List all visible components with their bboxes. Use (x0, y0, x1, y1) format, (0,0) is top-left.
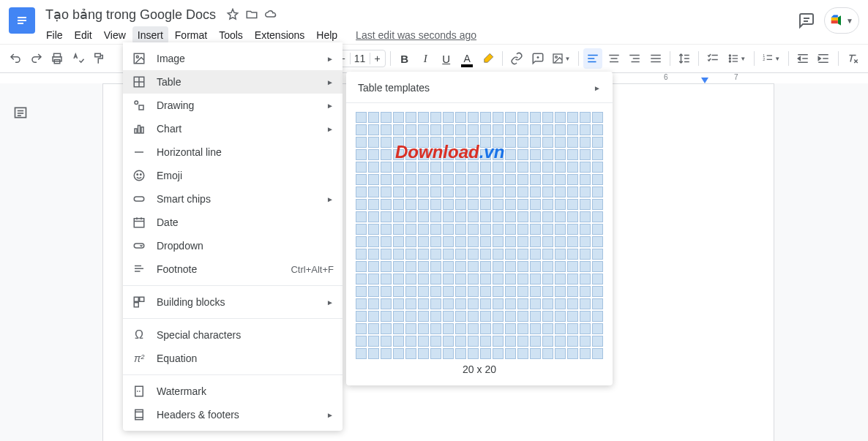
table-grid-cell[interactable] (418, 274, 429, 284)
table-grid-cell[interactable] (480, 236, 491, 247)
table-grid-cell[interactable] (455, 199, 466, 210)
table-grid-cell[interactable] (356, 186, 367, 197)
table-grid-cell[interactable] (592, 211, 603, 222)
table-grid-cell[interactable] (405, 274, 416, 284)
table-grid-cell[interactable] (580, 186, 591, 197)
menu-tools[interactable]: Tools (214, 26, 248, 44)
table-grid-cell[interactable] (443, 274, 454, 284)
table-grid-cell[interactable] (580, 149, 591, 160)
table-grid-cell[interactable] (493, 186, 504, 197)
table-grid-cell[interactable] (393, 311, 404, 322)
table-grid-cell[interactable] (468, 162, 479, 173)
table-grid-cell[interactable] (517, 261, 528, 272)
table-grid-cell[interactable] (455, 149, 466, 160)
table-grid-cell[interactable] (393, 174, 404, 185)
menuitem-special-chars[interactable]: ΩSpecial characters (123, 323, 343, 347)
table-grid-cell[interactable] (418, 211, 429, 222)
table-grid-cell[interactable] (493, 323, 504, 334)
text-color-icon[interactable]: A (457, 48, 476, 69)
table-grid-cell[interactable] (393, 286, 404, 297)
table-grid-cell[interactable] (493, 199, 504, 210)
table-grid-cell[interactable] (542, 348, 553, 359)
table-grid-cell[interactable] (405, 149, 416, 160)
menuitem-emoji[interactable]: Emoji (123, 164, 343, 187)
table-grid-cell[interactable] (567, 174, 578, 185)
table-grid-cell[interactable] (393, 298, 404, 309)
table-grid-cell[interactable] (443, 112, 454, 123)
table-grid-cell[interactable] (530, 323, 541, 334)
table-grid-cell[interactable] (480, 211, 491, 222)
table-grid-cell[interactable] (356, 149, 367, 160)
comment-icon[interactable] (528, 48, 547, 69)
table-grid-cell[interactable] (493, 336, 504, 347)
table-grid-cell[interactable] (468, 236, 479, 247)
table-grid-cell[interactable] (405, 323, 416, 334)
table-grid-cell[interactable] (356, 249, 367, 260)
table-grid-cell[interactable] (493, 236, 504, 247)
table-grid-cell[interactable] (455, 211, 466, 222)
table-grid-cell[interactable] (555, 137, 566, 148)
table-grid-cell[interactable] (493, 137, 504, 148)
table-grid-cell[interactable] (530, 274, 541, 284)
table-grid-cell[interactable] (480, 261, 491, 272)
table-grid-cell[interactable] (555, 274, 566, 284)
table-grid-cell[interactable] (443, 249, 454, 260)
menuitem-building-blocks[interactable]: Building blocks► (123, 290, 343, 314)
table-grid-cell[interactable] (468, 286, 479, 297)
table-grid-cell[interactable] (567, 199, 578, 210)
table-grid-cell[interactable] (517, 224, 528, 235)
table-grid-cell[interactable] (468, 336, 479, 347)
table-grid-cell[interactable] (381, 336, 392, 347)
table-grid-cell[interactable] (393, 124, 404, 135)
indent-decrease-icon[interactable] (793, 48, 812, 69)
table-grid-cell[interactable] (555, 186, 566, 197)
table-grid-cell[interactable] (468, 211, 479, 222)
table-grid-cell[interactable] (567, 162, 578, 173)
table-grid-cell[interactable] (381, 174, 392, 185)
table-grid-cell[interactable] (567, 224, 578, 235)
table-grid-cell[interactable] (468, 224, 479, 235)
table-grid-cell[interactable] (368, 162, 379, 173)
table-grid-cell[interactable] (555, 149, 566, 160)
table-grid-cell[interactable] (356, 112, 367, 123)
table-grid-cell[interactable] (430, 298, 441, 309)
table-grid-cell[interactable] (542, 186, 553, 197)
table-grid-cell[interactable] (517, 236, 528, 247)
table-grid-cell[interactable] (430, 311, 441, 322)
table-grid-cell[interactable] (368, 323, 379, 334)
table-grid-cell[interactable] (418, 124, 429, 135)
table-grid-cell[interactable] (530, 298, 541, 309)
table-grid-cell[interactable] (567, 112, 578, 123)
table-grid-cell[interactable] (517, 323, 528, 334)
table-grid-cell[interactable] (381, 261, 392, 272)
table-grid-cell[interactable] (468, 348, 479, 359)
table-grid-cell[interactable] (381, 124, 392, 135)
table-grid-cell[interactable] (356, 236, 367, 247)
table-grid-cell[interactable] (580, 224, 591, 235)
table-grid-cell[interactable] (505, 348, 516, 359)
table-grid-cell[interactable] (542, 336, 553, 347)
table-grid-cell[interactable] (430, 249, 441, 260)
table-grid-cell[interactable] (418, 323, 429, 334)
table-grid-cell[interactable] (455, 311, 466, 322)
table-grid-cell[interactable] (405, 124, 416, 135)
redo-icon[interactable] (26, 48, 45, 69)
table-grid-cell[interactable] (505, 236, 516, 247)
menu-extensions[interactable]: Extensions (250, 26, 310, 44)
menuitem-footnote[interactable]: FootnoteCtrl+Alt+F (123, 257, 343, 281)
table-grid-cell[interactable] (493, 286, 504, 297)
table-grid-cell[interactable] (443, 162, 454, 173)
table-grid-cell[interactable] (405, 286, 416, 297)
menu-view[interactable]: View (99, 26, 131, 44)
table-grid-cell[interactable] (443, 124, 454, 135)
menu-edit[interactable]: Edit (70, 26, 97, 44)
table-grid-cell[interactable] (592, 199, 603, 210)
menu-format[interactable]: Format (170, 26, 212, 44)
table-grid-cell[interactable] (542, 211, 553, 222)
table-grid-cell[interactable] (592, 112, 603, 123)
table-grid-cell[interactable] (368, 311, 379, 322)
highlight-icon[interactable] (478, 48, 497, 69)
table-grid-cell[interactable] (480, 224, 491, 235)
table-grid-cell[interactable] (356, 224, 367, 235)
table-grid-cell[interactable] (418, 199, 429, 210)
